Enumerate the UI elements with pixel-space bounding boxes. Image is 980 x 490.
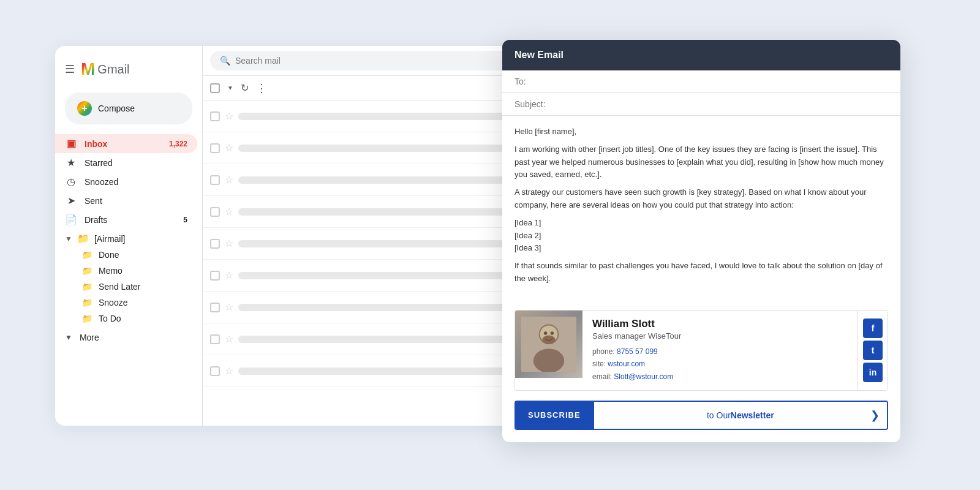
email-row[interactable]: ☆ [203,228,521,260]
row-content [238,368,513,375]
sidebar-item-todo[interactable]: 📁 To Do [55,311,202,326]
memo-label: Memo [99,266,123,276]
compose-subject-input[interactable] [514,99,888,109]
email-row[interactable]: ☆ [203,260,521,292]
signature-block: William Slott Sales manager WiseTour pho… [514,310,888,391]
sidebar-item-done[interactable]: 📁 Done [55,247,202,263]
gmail-window: ☰ M Gmail + Compose ▣ Inbox 1,322 ★ Star… [55,46,521,426]
row-star-icon[interactable]: ☆ [225,206,233,217]
row-star-icon[interactable]: ☆ [225,238,233,249]
memo-folder-icon: 📁 [82,266,92,276]
compose-to-input[interactable] [514,77,888,86]
row-star-icon[interactable]: ☆ [225,110,233,122]
subscribe-button[interactable]: SUBSCRIBE [516,402,593,429]
signature-contact: phone: 8755 57 099 site: wstour.com emai… [592,345,848,383]
sidebar-item-inbox[interactable]: ▣ Inbox 1,322 [55,134,197,153]
email-row[interactable]: ☆ [203,292,521,323]
row-checkbox[interactable] [210,303,220,312]
hamburger-icon[interactable]: ☰ [65,62,75,76]
compose-paragraph2: A strategy our customers have seen such … [514,186,888,212]
subscribe-banner[interactable]: SUBSCRIBE to Our Newsletter ❯ [514,401,888,430]
site-label: site: [592,360,606,368]
row-star-icon[interactable]: ☆ [225,142,233,154]
phone-value: 8755 57 099 [617,347,658,356]
compose-window: New Email Hello [first name], I am worki… [502,40,900,442]
row-star-icon[interactable]: ☆ [225,174,233,186]
compose-subject-field[interactable] [502,93,900,116]
airmail-header[interactable]: ▼ 📁 [Airmail] [55,230,202,247]
search-input[interactable] [235,56,503,66]
compose-idea1: [Idea 1] [514,217,888,230]
select-dropdown-icon[interactable]: ▼ [227,85,233,91]
svg-point-5 [544,331,547,334]
sig-email: email: Slott@wstour.com [592,371,848,383]
email-row[interactable]: ☆ [203,323,521,355]
sidebar-item-memo[interactable]: 📁 Memo [55,263,202,279]
drafts-icon: 📄 [65,214,77,225]
row-content [238,145,513,152]
select-all-checkbox[interactable] [210,83,220,93]
svg-point-4 [542,335,556,344]
compose-idea3: [Idea 3] [514,242,888,255]
row-star-icon[interactable]: ☆ [225,365,233,377]
sidebar-item-snoozed[interactable]: ◷ Snoozed [55,172,197,191]
star-icon: ★ [65,157,77,168]
sidebar-more[interactable]: ▼ More [55,329,202,346]
signature-photo [515,311,582,378]
compose-paragraph1: I am working with other [insert job titl… [514,143,888,181]
row-checkbox[interactable] [210,175,220,185]
row-content [238,208,513,216]
signature-info: William Slott Sales manager WiseTour pho… [582,311,858,390]
row-star-icon[interactable]: ☆ [225,301,233,313]
email-row[interactable]: ☆ [203,196,521,228]
send-later-folder-icon: 📁 [82,282,92,292]
compose-idea2: [Idea 2] [514,230,888,243]
row-star-icon[interactable]: ☆ [225,333,233,345]
refresh-icon[interactable]: ↻ [241,82,249,94]
row-content [238,304,513,311]
nav-section: ▣ Inbox 1,322 ★ Starred ◷ Snoozed ➤ Sent… [55,134,202,229]
twitter-button[interactable]: t [863,341,883,360]
inbox-icon: ▣ [65,138,77,149]
row-checkbox[interactable] [210,334,220,344]
email-row[interactable]: ☆ [203,355,521,387]
sig-phone: phone: 8755 57 099 [592,345,848,358]
row-checkbox[interactable] [210,143,220,153]
phone-label: phone: [592,347,615,356]
row-checkbox[interactable] [210,366,220,376]
email-list-area: 🔍 ▼ ↻ ⋮ ☆ ☆ ☆ ☆ ☆ ☆ ☆ ☆ ☆ [202,46,521,426]
row-checkbox[interactable] [210,111,220,121]
sidebar-item-snooze[interactable]: 📁 Snooze [55,295,202,311]
compose-greeting: Hello [first name], [514,126,888,138]
sidebar-item-send-later[interactable]: 📁 Send Later [55,279,202,295]
email-row[interactable]: ☆ [203,100,521,132]
subscribe-newsletter: to Our Newsletter ❯ [593,402,887,429]
compose-to-field[interactable] [502,70,900,93]
row-star-icon[interactable]: ☆ [225,270,233,281]
linkedin-button[interactable]: in [863,363,883,382]
site-value: wstour.com [608,360,645,368]
gmail-logo: M Gmail [81,61,130,78]
sidebar-item-drafts[interactable]: 📄 Drafts 5 [55,210,197,229]
subscribe-bold-text: Newsletter [731,410,774,420]
subscribe-plain-text: to Our [707,410,731,420]
airmail-folder-icon: 📁 [77,233,89,244]
compose-button[interactable]: + Compose [65,92,192,124]
email-value: Slott@wstour.com [614,372,673,381]
facebook-button[interactable]: f [863,318,883,338]
row-checkbox[interactable] [210,239,220,249]
row-content [238,240,513,247]
email-rows: ☆ ☆ ☆ ☆ ☆ ☆ ☆ ☆ ☆ [203,100,521,426]
search-bar[interactable]: 🔍 [210,51,513,70]
row-checkbox[interactable] [210,271,220,281]
sidebar-item-starred[interactable]: ★ Starred [55,153,197,172]
email-row[interactable]: ☆ [203,164,521,196]
email-row[interactable]: ☆ [203,132,521,164]
more-chevron-icon: ▼ [65,333,72,342]
row-checkbox[interactable] [210,207,220,217]
done-label: Done [99,250,119,260]
sidebar-item-sent[interactable]: ➤ Sent [55,191,197,210]
inbox-label: Inbox [85,139,107,149]
search-icon: 🔍 [220,56,230,66]
list-more-icon[interactable]: ⋮ [256,81,268,95]
